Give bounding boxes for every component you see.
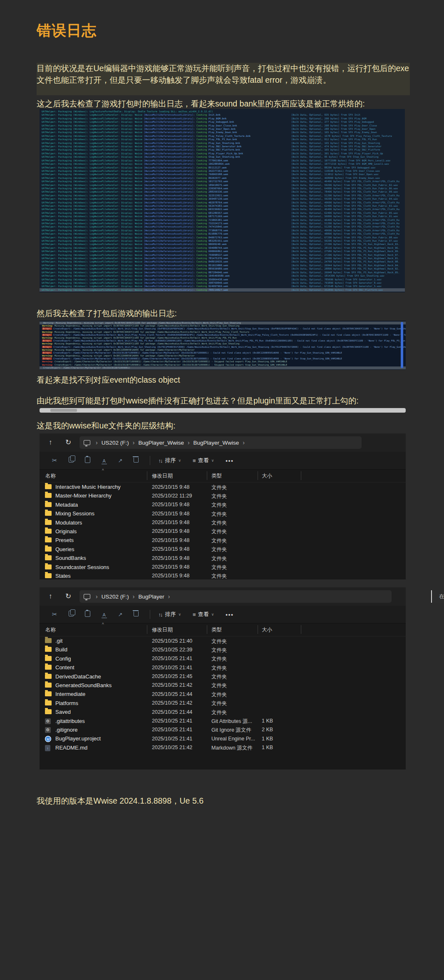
- log-handler: LogWwiseFileHandler: Display: Wwise: [90, 162, 144, 165]
- file-row[interactable]: Master-Mixer Hierarchy 2025/10/22 11:29 …: [40, 491, 406, 500]
- log-line: UATHelper: Packaging (Windows): LogWwise…: [40, 260, 405, 263]
- refresh-icon[interactable]: ↻: [65, 592, 71, 601]
- log-handler: LogWwiseFileHandler: Display: Wwise: [90, 148, 144, 151]
- column-name[interactable]: 名称: [45, 473, 56, 480]
- file-row[interactable]: Interactive Music Hierarchy 2025/10/15 9…: [40, 483, 406, 491]
- bulk-data-info: [Bulk Data, Optional, 59296 bytes] from …: [291, 197, 398, 200]
- column-modified[interactable]: 修改日期: [152, 473, 173, 480]
- file-type: 文件夹: [211, 564, 227, 571]
- breadcrumb-item[interactable]: US202 (F:): [92, 593, 129, 600]
- more-options-icon[interactable]: •••: [226, 458, 234, 464]
- log-line: Error:CreateExport: /Game/WwiseAudio/Eve…: [40, 334, 406, 337]
- log-line: UATHelper: Packaging (Windows): LogWwise…: [40, 267, 405, 270]
- file-row[interactable]: Saved 2025/10/25 21:44 文件夹: [40, 708, 406, 716]
- column-modified[interactable]: 修改日期: [152, 626, 173, 634]
- column-size[interactable]: 大小: [262, 473, 272, 480]
- file-row[interactable]: Intermediate 2025/10/25 21:44 文件夹: [40, 690, 406, 698]
- log-level-badge: Error:: [42, 339, 52, 342]
- up-arrow-icon[interactable]: ↑: [49, 592, 52, 601]
- scrollbar-thumb[interactable]: [401, 322, 403, 368]
- copy-icon[interactable]: [69, 611, 74, 618]
- delete-icon[interactable]: [134, 611, 139, 618]
- cooked-file: 563474383.wem: [208, 204, 228, 207]
- log-handler: LogWwiseFileHandler: Display: Wwise: [90, 274, 144, 277]
- up-arrow-icon[interactable]: ↑: [49, 438, 52, 447]
- file-type: 文件夹: [211, 656, 227, 663]
- file-row[interactable]: Soundcaster Sessions 2025/10/15 9:48 文件夹: [40, 563, 406, 572]
- copy-icon[interactable]: [69, 457, 74, 464]
- more-options-icon[interactable]: •••: [226, 611, 234, 618]
- cooked-file: 1045469589.wem: [208, 274, 230, 277]
- file-row[interactable]: Presets 2025/10/15 9:48 文件夹: [40, 536, 406, 544]
- file-name: Soundcaster Sessions: [55, 564, 109, 570]
- file-row[interactable]: Build 2025/10/25 22:39 文件夹: [40, 645, 406, 654]
- file-row[interactable]: Modulators 2025/10/15 9:48 文件夹: [40, 518, 406, 527]
- search-box-fragment[interactable]: 在: [433, 590, 444, 603]
- file-row[interactable]: Platforms 2025/10/25 21:42 文件夹: [40, 699, 406, 708]
- file-list: Interactive Music Hierarchy 2025/10/15 9…: [40, 483, 406, 580]
- rename-icon[interactable]: A: [102, 457, 107, 464]
- log-verb: Cooking: [196, 246, 208, 249]
- bulk-data-info: [Bulk Data, Optional, 113012 bytes] from…: [291, 173, 379, 176]
- log-library: [WwiseMultiReferenceAssetLibrary]:: [144, 152, 196, 155]
- file-row[interactable]: .gitignore 2025/10/25 21:41 Git Ignore 源…: [40, 725, 406, 734]
- file-row[interactable]: BugPlayer.uproject 2025/10/25 21:41 Unre…: [40, 734, 406, 743]
- breadcrumb-item[interactable]: BugPlayer_Wwise: [184, 439, 239, 446]
- file-row[interactable]: README.md 2025/10/25 21:42 Markdown 源文件 …: [40, 743, 406, 752]
- share-icon[interactable]: ↗: [118, 457, 123, 465]
- address-bar[interactable]: US202 (F:)BugPlayer ›: [79, 590, 392, 603]
- file-row[interactable]: Metadata 2025/10/15 9:48 文件夹: [40, 500, 406, 509]
- file-row[interactable]: GeneratedSoundBanks 2025/10/25 21:42 文件夹: [40, 681, 406, 690]
- log-verb: Cooking: [196, 180, 208, 183]
- file-row[interactable]: SoundBanks 2025/10/15 9:48 文件夹: [40, 554, 406, 562]
- file-type: 文件夹: [211, 511, 227, 518]
- sort-button[interactable]: ↑↓排序∨: [158, 457, 181, 464]
- refresh-icon[interactable]: ↻: [65, 438, 71, 447]
- file-row[interactable]: States 2025/10/15 9:48 文件夹: [40, 572, 406, 580]
- view-button[interactable]: ≡查看∨: [193, 457, 214, 464]
- bulk-data-info: [Bulk Data, Optional, 290 bytes] from SF…: [291, 117, 367, 120]
- address-bar[interactable]: US202 (F:)BugPlayer_WwiseBugPlayer_Wwise…: [79, 436, 362, 449]
- log-handler: LogWwiseFileHandler: Display: Wwise: [90, 236, 144, 239]
- file-row[interactable]: Content 2025/10/25 21:41 文件夹: [40, 663, 406, 672]
- file-row[interactable]: Config 2025/10/25 21:41 文件夹: [40, 654, 406, 663]
- log-message: CreateExport: /Game/WwiseAudio/Events/De…: [53, 346, 406, 348]
- file-icon: [45, 555, 52, 560]
- paste-icon[interactable]: [85, 457, 90, 465]
- column-size[interactable]: 大小: [262, 626, 272, 634]
- cut-icon[interactable]: ✂: [52, 457, 57, 464]
- column-type[interactable]: 类型: [211, 473, 222, 480]
- delete-icon[interactable]: [134, 457, 139, 464]
- log-prefix: UATHelper: Packaging (Windows):: [42, 253, 90, 256]
- cooked-file: 369487139.wem: [208, 197, 228, 200]
- share-icon[interactable]: ↗: [118, 611, 123, 619]
- log-line: Warning:Missing Dependency, missing scri…: [40, 349, 406, 351]
- log-library: [WwiseMultiReferenceAssetLibrary]:: [144, 271, 196, 274]
- file-row[interactable]: DerivedDataCache 2025/10/25 21:45 文件夹: [40, 672, 406, 681]
- log-handler: LogWwiseFileHandler: Display: Wwise: [90, 173, 144, 176]
- log-library: [WwiseMultiReferenceAssetLibrary]:: [144, 211, 196, 214]
- log-handler: LogWwiseFileHandler: Display: Wwise: [90, 288, 144, 291]
- cooked-file: 189418675.wem: [208, 183, 228, 186]
- sort-button[interactable]: ↑↓排序∨: [158, 611, 181, 618]
- breadcrumb-item[interactable]: US202 (F:): [92, 439, 129, 446]
- cooked-file: 342377261.wem: [208, 169, 228, 172]
- rename-icon[interactable]: A: [102, 611, 107, 618]
- breadcrumb-item[interactable]: BugPlayer_Wwise: [129, 439, 184, 446]
- log-line: UATHelper: Packaging (Windows): LogWwise…: [40, 155, 405, 158]
- file-row[interactable]: .gitattributes 2025/10/25 21:41 Git Attr…: [40, 717, 406, 725]
- file-date: 2025/10/15 9:48: [152, 502, 189, 507]
- cut-icon[interactable]: ✂: [52, 611, 57, 618]
- column-name[interactable]: 名称: [45, 626, 56, 634]
- file-row[interactable]: Originals 2025/10/15 9:48 文件夹: [40, 527, 406, 536]
- paste-icon[interactable]: [85, 611, 90, 619]
- column-type[interactable]: 类型: [211, 626, 222, 634]
- breadcrumb-item[interactable]: BugPlayer: [129, 593, 164, 600]
- file-icon: [45, 493, 52, 498]
- file-row[interactable]: .git 2025/10/25 21:40 文件夹: [40, 636, 406, 645]
- view-button[interactable]: ≡查看∨: [193, 611, 214, 618]
- file-row[interactable]: Mixing Sessions 2025/10/15 9:48 文件夹: [40, 509, 406, 518]
- log-verb: Cooking: [196, 236, 208, 239]
- breadcrumb: US202 (F:)BugPlayer_WwiseBugPlayer_Wwise: [92, 439, 239, 446]
- file-row[interactable]: Queries 2025/10/15 9:48 文件夹: [40, 545, 406, 554]
